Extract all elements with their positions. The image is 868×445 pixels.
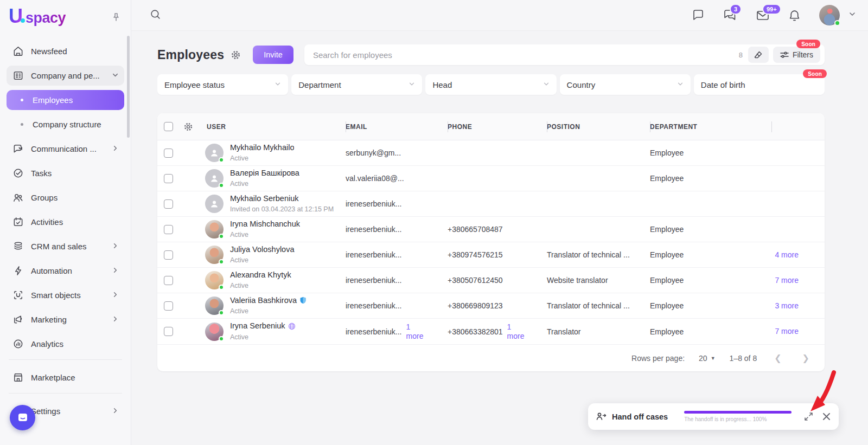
table-row[interactable]: Alexandra KhytykActiveireneserbeniuk...+…	[157, 268, 825, 293]
phone-more-link[interactable]: 1more	[507, 323, 525, 340]
table-row[interactable]: Juliya VoloshylovaActiveireneserbeniuk..…	[157, 242, 825, 268]
sidebar-item-crm-and-sales[interactable]: CRM and sales	[7, 236, 124, 256]
department-cell: Employee	[650, 301, 772, 310]
table-row[interactable]: Mykhailo SerbeniukInvited on 03.04.2023 …	[157, 191, 825, 217]
sidebar-item-employees[interactable]: Employees	[7, 90, 124, 110]
row-more-link[interactable]: 7 more	[775, 276, 799, 285]
pin-sidebar-icon[interactable]	[111, 12, 121, 24]
employee-name[interactable]: Iryna Mishchanchuk	[230, 219, 300, 229]
table-row[interactable]: Valeriia BashkirovaActiveireneserbeniuk.…	[157, 293, 825, 319]
row-more-link[interactable]: 3 more	[775, 301, 799, 310]
row-checkbox[interactable]	[164, 149, 173, 158]
previous-page-chevron[interactable]: ❮	[771, 353, 784, 363]
email-more-link[interactable]: 1more	[406, 323, 424, 340]
filter-country[interactable]: Country	[560, 74, 691, 95]
sidebar-item-groups[interactable]: Groups	[7, 188, 124, 208]
employee-name[interactable]: Alexandra Khytyk	[230, 270, 291, 280]
person-placeholder-icon	[209, 148, 219, 158]
employee-name[interactable]: Juliya Voloshylova	[230, 244, 295, 254]
sidebar-item-analytics[interactable]: Analytics	[7, 334, 124, 354]
sidebar-item-company-and-pe[interactable]: Company and pe...	[7, 66, 124, 86]
handoff-status-text: The handoff is in progress... 100%	[684, 416, 792, 422]
messenger-icon[interactable]: 3	[723, 9, 737, 22]
page-settings-gear-icon[interactable]	[231, 50, 241, 60]
invite-button[interactable]: Invite	[253, 46, 293, 64]
column-header-phone[interactable]: PHONE	[448, 113, 547, 140]
row-avatar	[205, 220, 224, 238]
column-header-position[interactable]: POSITION	[547, 113, 650, 140]
department-cell: Employee	[650, 174, 772, 183]
row-more-link[interactable]: 7 more	[775, 327, 799, 336]
row-checkbox[interactable]	[164, 301, 173, 311]
notifications-bell-icon[interactable]	[788, 9, 801, 22]
filter-employee-status[interactable]: Employee status	[157, 74, 288, 95]
email-cell: ireneserbeniuk...1more	[346, 323, 448, 340]
sidebar-scrollbar[interactable]	[127, 36, 130, 138]
sidebar-item-activities[interactable]: Activities	[7, 212, 124, 232]
sidebar: Uspacy NewsfeedCompany and pe...Employee…	[0, 0, 131, 445]
email-cell: ireneserbeniuk...	[346, 301, 448, 310]
table-row[interactable]: Iryna SerbeniukActiveireneserbeniuk...1m…	[157, 319, 825, 344]
close-widget-icon[interactable]	[822, 412, 831, 421]
user-cell: Juliya VoloshylovaActive	[183, 242, 346, 267]
employee-name[interactable]: Mykhailo Serbeniuk	[230, 194, 334, 203]
messenger-launcher-button[interactable]	[10, 405, 35, 430]
filters-button[interactable]: Filters	[773, 47, 820, 63]
table-row[interactable]: Iryna MishchanchukActiveireneserbeniuk..…	[157, 217, 825, 242]
sidebar-item-marketplace[interactable]: Marketplace	[7, 367, 124, 388]
column-header-email[interactable]: EMAIL	[346, 113, 448, 140]
row-checkbox[interactable]	[164, 174, 173, 183]
sidebar-item-label: Company structure	[33, 120, 119, 129]
marketplace-icon	[12, 372, 24, 384]
globe-badge-icon	[288, 323, 296, 330]
groups-icon	[12, 192, 24, 204]
user-cell: Mykhailo SerbeniukInvited on 03.04.2023 …	[183, 191, 346, 216]
column-header-user[interactable]: USER	[207, 123, 226, 131]
next-page-chevron[interactable]: ❯	[799, 353, 813, 363]
expand-widget-icon[interactable]	[804, 412, 813, 421]
table-row[interactable]: Mykhailo MykhailoActiveserbunyk@gm...Emp…	[157, 140, 825, 166]
row-checkbox[interactable]	[164, 225, 173, 234]
row-checkbox[interactable]	[164, 276, 173, 285]
employee-name[interactable]: Mykhailo Mykhailo	[230, 143, 294, 152]
row-more-link[interactable]: 4 more	[775, 250, 799, 259]
feedback-chat-icon[interactable]	[692, 9, 705, 22]
sidebar-item-smart-objects[interactable]: Smart objects	[7, 285, 124, 305]
row-checkbox[interactable]	[164, 250, 173, 260]
email-cell: ireneserbeniuk...	[346, 225, 448, 234]
employee-name[interactable]: Валерія Башкірова	[230, 168, 299, 178]
mail-icon[interactable]: 99+	[756, 9, 770, 22]
sidebar-item-marketing[interactable]: Marketing	[7, 309, 124, 330]
user-menu[interactable]	[819, 5, 856, 25]
employee-name[interactable]: Iryna Serbeniuk	[230, 321, 296, 331]
sidebar-item-automation[interactable]: Automation	[7, 261, 124, 281]
sidebar-item-company-structure[interactable]: Company structure	[7, 114, 124, 134]
column-header-department[interactable]: DEPARTMENT	[650, 113, 772, 140]
employee-search-input[interactable]	[313, 50, 733, 60]
sidebar-item-label: Tasks	[31, 169, 119, 178]
row-avatar	[205, 246, 224, 264]
rows-per-page-select[interactable]: 20▼	[699, 354, 716, 363]
handoff-title: Hand off cases	[612, 412, 668, 421]
chevron-down-icon	[112, 72, 119, 80]
table-row[interactable]: Валерія БашкіроваActiveval.valeriia08@..…	[157, 166, 825, 191]
table-settings-gear-icon[interactable]	[183, 122, 193, 132]
uspacy-logo[interactable]: Uspacy	[9, 7, 66, 30]
employee-name[interactable]: Valeriia Bashkirova	[230, 295, 307, 305]
filter-head[interactable]: Head	[425, 74, 556, 95]
row-avatar	[205, 195, 224, 213]
global-search-icon[interactable]	[150, 9, 161, 22]
filter-date-of-birth[interactable]: Date of birthSoon	[694, 74, 825, 95]
sidebar-item-tasks[interactable]: Tasks	[7, 163, 124, 183]
filter-department[interactable]: Department	[291, 74, 422, 95]
sidebar-item-newsfeed[interactable]: Newsfeed	[7, 41, 124, 61]
select-all-checkbox[interactable]	[164, 122, 173, 131]
clear-search-button[interactable]	[748, 47, 769, 63]
pagination-range: 1–8 of 8	[730, 354, 757, 363]
row-checkbox[interactable]	[164, 199, 173, 209]
filter-row: Employee statusDepartmentHeadCountryDate…	[157, 74, 825, 95]
row-checkbox[interactable]	[164, 327, 173, 336]
sidebar-item-communication[interactable]: Communication ...	[7, 139, 124, 159]
chevron-down-icon	[677, 81, 684, 88]
chevron-right-icon	[112, 242, 119, 251]
